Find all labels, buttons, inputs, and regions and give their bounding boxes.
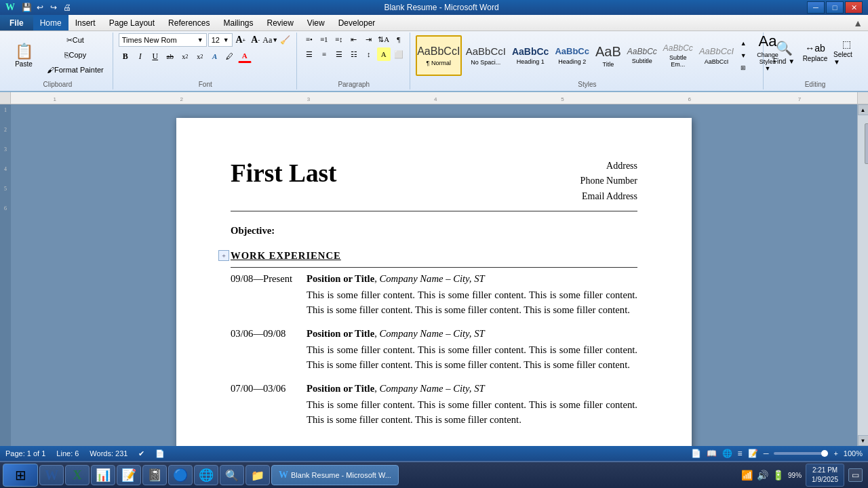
taskbar-network-icon[interactable]: 🌐 [194, 465, 218, 485]
align-right-btn[interactable]: ☰ [332, 47, 346, 61]
highlight-btn[interactable]: 🖊 [223, 49, 237, 63]
show-desktop-btn[interactable]: ▭ [848, 468, 863, 482]
style-heading2[interactable]: AaBbCc Heading 2 [553, 35, 591, 76]
align-left-btn[interactable]: ☰ [302, 47, 316, 61]
shrink-font-btn[interactable]: A- [249, 33, 262, 47]
resume-name[interactable]: First Last [231, 159, 337, 188]
styles-scroll-down[interactable]: ▼ [738, 50, 749, 61]
view-print-btn[interactable]: 📄 [691, 449, 701, 458]
numbered-list-btn[interactable]: ≡1 [317, 33, 331, 46]
style-heading1[interactable]: AaBbCc Heading 1 [510, 35, 551, 76]
undo-quick-btn[interactable]: ↩ [34, 1, 46, 14]
clear-format-btn[interactable]: 🧹 [279, 33, 292, 47]
taskbar-sharepoint-icon[interactable]: 🔵 [168, 465, 193, 485]
zoom-minus-btn[interactable]: ─ [764, 449, 769, 458]
work-desc-3[interactable]: This is some filler content. This is som… [307, 397, 637, 427]
superscript-btn[interactable]: x2 [193, 49, 207, 63]
text-effects-btn[interactable]: A [208, 49, 222, 63]
menu-developer[interactable]: Developer [332, 15, 382, 30]
redo-quick-btn[interactable]: ↪ [47, 1, 60, 14]
tray-network-icon[interactable]: 📶 [741, 470, 753, 481]
menu-file[interactable]: File [0, 15, 33, 30]
increase-indent-btn[interactable]: ⇥ [362, 33, 376, 46]
zoom-plus-btn[interactable]: + [833, 449, 837, 458]
print-preview-quick-btn[interactable]: 🖨 [61, 1, 73, 14]
strikethrough-btn[interactable]: ab [163, 49, 177, 63]
section-heading-work[interactable]: WORK EXPERIENCE [231, 250, 637, 262]
work-desc-2[interactable]: This is some filler content. This is som… [307, 342, 637, 372]
scroll-down-btn[interactable]: ▼ [858, 435, 869, 446]
zoom-level[interactable]: 100% [844, 449, 863, 458]
menu-page-layout[interactable]: Page Layout [102, 15, 161, 30]
close-btn[interactable]: ✕ [845, 1, 863, 14]
email-line[interactable]: Email Address [580, 189, 637, 204]
work-title-3[interactable]: Position or Title, Company Name – City, … [307, 383, 637, 394]
taskbar-word-icon[interactable]: W [39, 465, 64, 485]
font-color-btn[interactable]: A [238, 49, 252, 63]
borders-btn[interactable]: ⬜ [392, 47, 406, 61]
menu-references[interactable]: References [161, 15, 216, 30]
shading-btn[interactable]: A [377, 47, 391, 61]
cut-btn[interactable]: ✂ Cut [42, 33, 108, 47]
find-btn[interactable]: 🔍 Find ▼ [769, 33, 799, 70]
zoom-slider[interactable] [774, 452, 828, 455]
styles-scroll-up[interactable]: ▲ [738, 38, 749, 49]
font-name-box[interactable]: Times New Rom ▼ [119, 33, 207, 47]
save-quick-btn[interactable]: 💾 [20, 1, 33, 14]
style-subtle[interactable]: AaBbCcI AaBbCcI [697, 35, 736, 76]
taskbar-infopath-icon[interactable]: 📝 [117, 465, 141, 485]
menu-view[interactable]: View [300, 15, 332, 30]
section-expand-handle[interactable]: + [218, 250, 229, 261]
menu-insert[interactable]: Insert [68, 15, 102, 30]
start-button[interactable]: ⊞ [3, 464, 38, 487]
clock-area[interactable]: 2:21 PM 1/9/2025 [806, 464, 844, 487]
view-draft-btn[interactable]: 📝 [748, 449, 758, 458]
bold-btn[interactable]: B [119, 49, 132, 63]
font-size-box[interactable]: 12 ▼ [208, 33, 233, 47]
replace-btn[interactable]: ↔ab Replace [800, 33, 830, 70]
address-line[interactable]: Address [580, 159, 637, 174]
font-name-dropdown-icon[interactable]: ▼ [197, 37, 203, 43]
collapse-ribbon-btn[interactable]: ▲ [853, 18, 863, 28]
copy-btn[interactable]: ⎘ Copy [42, 48, 108, 62]
document-page[interactable]: First Last Address Phone Number Email Ad… [176, 118, 692, 446]
taskbar-word-window[interactable]: W Blank Resume - Microsoft W... [271, 465, 399, 485]
style-normal[interactable]: AaBbCcI ¶ Normal [416, 35, 462, 76]
paste-btn[interactable]: 📋 Paste [7, 35, 41, 76]
format-painter-btn[interactable]: 🖌 Format Painter [42, 63, 108, 77]
minimize-btn[interactable]: ─ [807, 1, 825, 14]
styles-more[interactable]: ⊞ [738, 62, 749, 73]
underline-btn[interactable]: U [149, 49, 162, 63]
align-center-btn[interactable]: ≡ [317, 47, 331, 61]
phone-line[interactable]: Phone Number [580, 174, 637, 188]
sort-btn[interactable]: ⇅A [377, 33, 391, 46]
work-desc-1[interactable]: This is some filler content. This is som… [307, 287, 637, 317]
style-subtitle[interactable]: AaBbCc Subtitle [625, 35, 659, 76]
work-title-2[interactable]: Position or Title, Company Name – City, … [307, 328, 637, 340]
font-size-dropdown-icon[interactable]: ▼ [223, 37, 229, 43]
objective-label[interactable]: Objective: [231, 225, 637, 237]
multilevel-list-btn[interactable]: ≡↕ [332, 33, 346, 46]
bullets-btn[interactable]: ≡• [302, 33, 316, 46]
view-full-reading-btn[interactable]: 📖 [707, 449, 717, 458]
show-formatting-btn[interactable]: ¶ [392, 33, 406, 46]
view-web-btn[interactable]: 🌐 [722, 449, 732, 458]
style-no-spacing[interactable]: AaBbCcI No Spaci... [464, 35, 508, 76]
scroll-thumb[interactable] [865, 123, 869, 164]
menu-review[interactable]: Review [260, 15, 300, 30]
line-spacing-btn[interactable]: ↕ [362, 47, 376, 61]
grow-font-btn[interactable]: A+ [234, 33, 248, 47]
italic-btn[interactable]: I [134, 49, 147, 63]
tray-battery-icon[interactable]: 🔋 [772, 470, 784, 481]
menu-home[interactable]: Home [33, 15, 68, 30]
taskbar-search-icon[interactable]: 🔍 [220, 465, 244, 485]
scroll-up-btn[interactable]: ▲ [858, 104, 869, 115]
taskbar-onenote-icon[interactable]: 📓 [142, 465, 167, 485]
taskbar-files-icon[interactable]: 📁 [245, 465, 270, 485]
work-dates-1[interactable]: 09/08—Present [231, 273, 298, 317]
menu-mailings[interactable]: Mailings [216, 15, 260, 30]
taskbar-access-icon[interactable]: 📊 [91, 465, 115, 485]
taskbar-excel-icon[interactable]: X [65, 465, 90, 485]
style-subtle-em[interactable]: AaBbCc Subtle Em... [661, 35, 695, 76]
decrease-indent-btn[interactable]: ⇤ [347, 33, 361, 46]
